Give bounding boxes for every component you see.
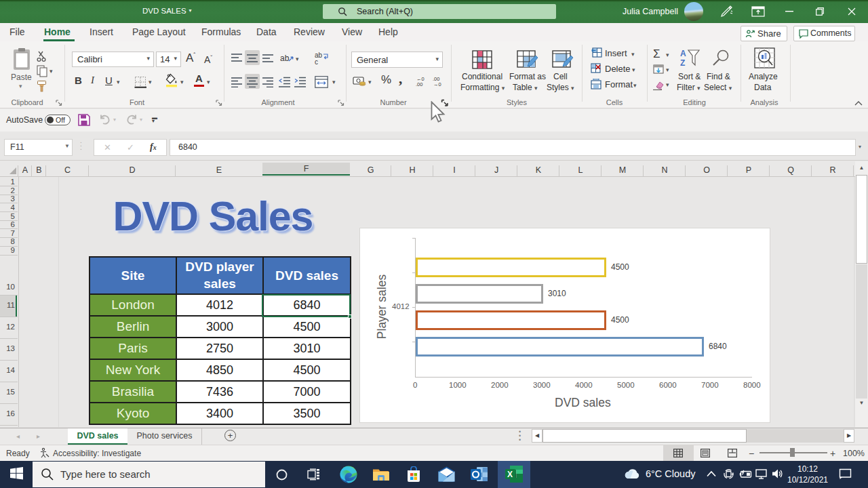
svg-text:→0: →0 <box>433 81 441 87</box>
svg-text:ab: ab <box>280 54 290 63</box>
svg-text:X: X <box>507 470 513 479</box>
svg-text:A: A <box>680 49 686 58</box>
svg-text:c: c <box>315 58 318 65</box>
svg-text:DVD Sales: DVD Sales <box>113 193 314 239</box>
svg-text:Z: Z <box>680 58 685 68</box>
svg-text:.00: .00 <box>416 81 422 87</box>
